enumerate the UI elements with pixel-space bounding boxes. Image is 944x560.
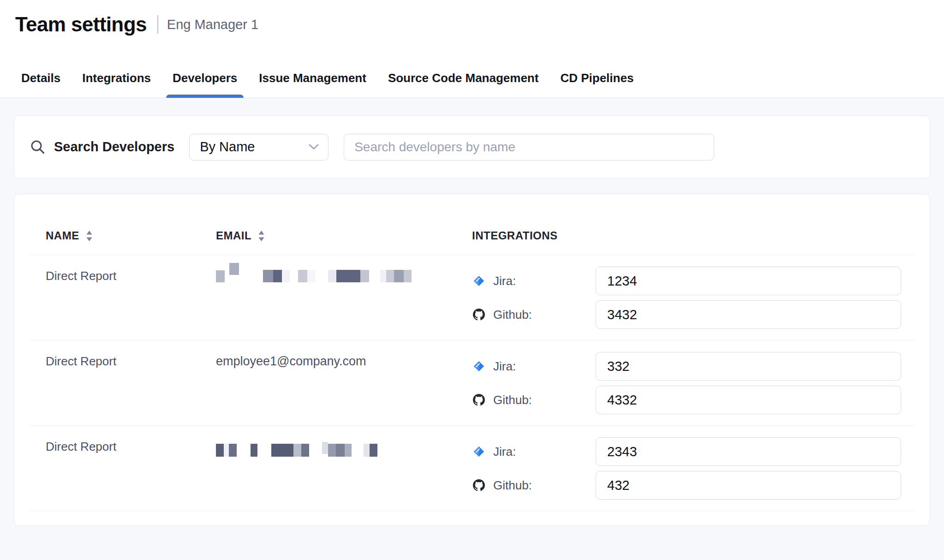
tab-integrations[interactable]: Integrations [82,71,151,98]
github-id-input-row-3[interactable] [596,471,901,500]
jira-label: Jira: [493,274,596,288]
jira-icon [473,446,486,458]
table-row: Direct Report [14,255,930,340]
search-label: Search Developers [54,139,174,155]
redacted-email [216,437,472,457]
github-label: Github: [493,308,596,322]
column-header-integrations: INTEGRATIONS [472,229,930,242]
column-header-integrations-label: INTEGRATIONS [472,229,558,242]
tab-bar: Details Integrations Developers Issue Ma… [21,71,633,98]
jira-integration-row: Jira: [472,267,903,295]
github-label: Github: [493,393,596,407]
column-header-name: NAME [46,229,216,242]
jira-id-input-row-3[interactable] [596,437,901,466]
search-filter-select[interactable]: By Name [189,134,329,161]
github-icon [473,309,486,321]
tab-source-code-management[interactable]: Source Code Management [388,71,539,98]
jira-integration-row: Jira: [472,352,903,381]
developer-name: Direct Report [46,437,216,511]
tab-details[interactable]: Details [21,71,60,98]
github-label: Github: [493,478,596,493]
table-row: Direct Report employee1@company.com Jira… [14,340,930,425]
table-header-row: NAME EMAIL INTEGRATIONS [14,194,930,255]
page-subtitle: Eng Manager 1 [167,17,258,32]
column-header-name-label: NAME [46,229,79,242]
title-row: Team settings Eng Manager 1 [15,13,944,36]
jira-id-input-row-2[interactable] [596,352,901,381]
page-title: Team settings [15,13,147,36]
row-divider [30,511,914,511]
search-filter-value: By Name [200,139,255,155]
search-icon [30,139,46,155]
developer-name: Direct Report [46,267,216,340]
tab-developers[interactable]: Developers [173,71,237,98]
jira-label: Jira: [493,445,596,459]
github-id-input-row-2[interactable] [596,386,901,414]
tab-cd-pipelines[interactable]: CD Pipelines [560,71,633,98]
page-header: Team settings Eng Manager 1 Details Inte… [0,0,944,98]
jira-integration-row: Jira: [472,437,903,466]
developers-table: NAME EMAIL INTEGRATIONS Direct Report [14,194,930,526]
github-id-input-row-1[interactable] [596,300,901,329]
column-header-email-label: EMAIL [216,229,251,242]
search-panel: Search Developers By Name [14,115,930,179]
jira-icon [473,360,486,372]
developer-email: employee1@company.com [216,352,472,425]
jira-icon [473,275,486,287]
github-integration-row: Github: [472,386,903,414]
column-header-email: EMAIL [216,229,472,242]
github-icon [473,394,486,406]
search-input[interactable] [344,134,714,161]
jira-id-input-row-1[interactable] [596,267,901,295]
jira-label: Jira: [493,359,596,374]
github-icon [473,479,486,491]
tab-issue-management[interactable]: Issue Management [259,71,366,98]
sort-email-icon[interactable] [258,230,265,242]
redacted-email [216,263,472,282]
table-row: Direct Report [14,426,930,511]
developer-name: Direct Report [46,352,216,425]
title-divider [157,15,158,34]
sort-name-icon[interactable] [86,230,93,242]
chevron-down-icon [309,144,319,150]
github-integration-row: Github: [472,300,903,329]
github-integration-row: Github: [472,471,903,500]
